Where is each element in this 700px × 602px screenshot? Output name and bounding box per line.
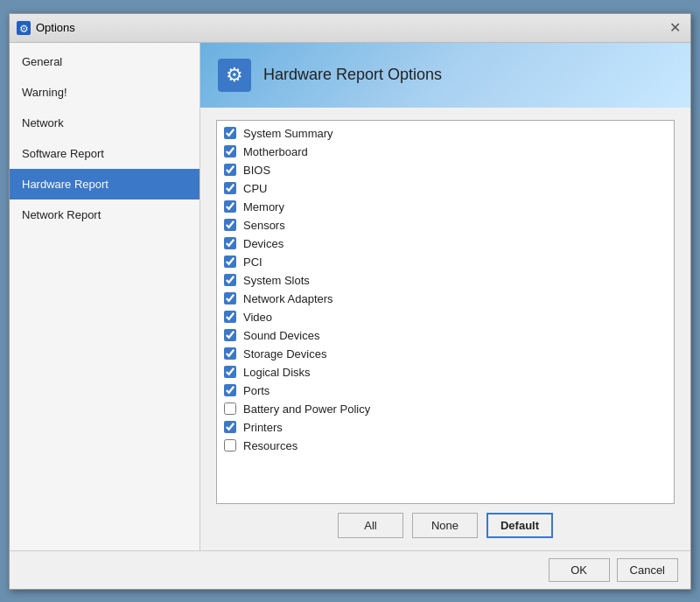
checklist-item[interactable]: PCI — [217, 253, 674, 271]
checklist-label: PCI — [243, 256, 262, 269]
checklist-label: Video — [243, 311, 272, 324]
checklist-checkbox[interactable] — [224, 182, 236, 194]
checklist-checkbox[interactable] — [224, 347, 236, 360]
checklist-checkbox[interactable] — [224, 145, 236, 158]
checklist-container[interactable]: System SummaryMotherboardBIOSCPUMemorySe… — [216, 120, 675, 504]
checklist-label: System Summary — [243, 127, 333, 140]
checklist-item[interactable]: Ports — [217, 382, 674, 400]
checklist-item[interactable]: Printers — [217, 418, 674, 437]
ok-button[interactable]: OK — [549, 558, 610, 582]
checklist-label: Printers — [243, 421, 283, 434]
sidebar-item-software-report[interactable]: Software Report — [10, 138, 200, 169]
checklist-label: Storage Devices — [243, 347, 326, 360]
panel-body: System SummaryMotherboardBIOSCPUMemorySe… — [200, 108, 690, 550]
cancel-button[interactable]: Cancel — [617, 558, 678, 582]
checklist-checkbox[interactable] — [224, 274, 236, 286]
checklist-label: BIOS — [243, 164, 270, 177]
checklist-item[interactable]: Memory — [217, 198, 674, 216]
panel-title: Hardware Report Options — [263, 66, 442, 84]
svg-text:⚙: ⚙ — [19, 23, 29, 35]
none-button[interactable]: None — [412, 513, 478, 538]
options-window: ⚙ Options ✕ GeneralWarning!NetworkSoftwa… — [9, 13, 691, 590]
checklist-label: Sound Devices — [243, 329, 319, 342]
checklist-item[interactable]: System Summary — [217, 124, 674, 143]
default-button[interactable]: Default — [486, 513, 553, 538]
checklist-label: Memory — [243, 200, 284, 214]
checklist-item[interactable]: Devices — [217, 234, 674, 253]
title-bar-left: ⚙ Options — [17, 21, 75, 35]
checklist-item[interactable]: Battery and Power Policy — [217, 400, 674, 418]
gear-icon: ⚙ — [226, 64, 243, 87]
checklist-item[interactable]: CPU — [217, 179, 674, 198]
button-row: All None Default — [216, 513, 675, 538]
checklist-item[interactable]: Network Adapters — [217, 290, 674, 308]
checklist-label: Logical Disks — [243, 366, 311, 379]
checklist-checkbox[interactable] — [224, 329, 236, 341]
window-icon: ⚙ — [17, 21, 31, 35]
checklist-label: System Slots — [243, 274, 310, 287]
checklist-label: Sensors — [243, 219, 285, 232]
sidebar: GeneralWarning!NetworkSoftware ReportHar… — [10, 43, 200, 550]
window-title: Options — [36, 21, 75, 34]
checklist-label: Resources — [243, 439, 298, 452]
panel-icon: ⚙ — [218, 59, 251, 92]
checklist-checkbox[interactable] — [224, 384, 236, 396]
bottom-bar: OK Cancel — [10, 550, 690, 589]
checklist-checkbox[interactable] — [224, 439, 236, 452]
checklist-item[interactable]: System Slots — [217, 271, 674, 290]
all-button[interactable]: All — [338, 513, 403, 538]
checklist-checkbox[interactable] — [224, 292, 236, 304]
checklist-label: Ports — [243, 384, 270, 397]
panel-header: ⚙ Hardware Report Options — [200, 43, 690, 108]
checklist-checkbox[interactable] — [224, 421, 236, 433]
title-bar: ⚙ Options ✕ — [10, 14, 690, 43]
checklist-checkbox[interactable] — [224, 311, 236, 323]
checklist-checkbox[interactable] — [224, 164, 236, 176]
checklist-label: Network Adapters — [243, 292, 333, 305]
sidebar-item-general[interactable]: General — [10, 46, 200, 77]
checklist-item[interactable]: Storage Devices — [217, 345, 674, 363]
checklist-checkbox[interactable] — [224, 200, 236, 213]
checklist-label: Battery and Power Policy — [243, 402, 370, 416]
checklist-label: Motherboard — [243, 145, 308, 158]
checklist-item[interactable]: Video — [217, 308, 674, 326]
sidebar-item-network-report[interactable]: Network Report — [10, 200, 200, 230]
checklist-checkbox[interactable] — [224, 402, 236, 415]
checklist-item[interactable]: Sound Devices — [217, 326, 674, 345]
checklist-item[interactable]: Logical Disks — [217, 363, 674, 382]
checklist-label: CPU — [243, 182, 267, 195]
main-panel: ⚙ Hardware Report Options System Summary… — [200, 43, 690, 550]
checklist-checkbox[interactable] — [224, 256, 236, 268]
checklist-item[interactable]: Sensors — [217, 216, 674, 234]
content-area: GeneralWarning!NetworkSoftware ReportHar… — [10, 43, 690, 550]
checklist-checkbox[interactable] — [224, 237, 236, 249]
close-button[interactable]: ✕ — [666, 19, 683, 37]
checklist-checkbox[interactable] — [224, 219, 236, 231]
checklist-item[interactable]: Resources — [217, 437, 674, 455]
checklist-checkbox[interactable] — [224, 127, 236, 139]
checklist-item[interactable]: Motherboard — [217, 143, 674, 161]
checklist-label: Devices — [243, 237, 284, 250]
sidebar-item-network[interactable]: Network — [10, 108, 200, 138]
checklist-item[interactable]: BIOS — [217, 161, 674, 179]
sidebar-item-warning[interactable]: Warning! — [10, 77, 200, 108]
sidebar-item-hardware-report[interactable]: Hardware Report — [10, 169, 200, 200]
checklist-checkbox[interactable] — [224, 366, 236, 378]
